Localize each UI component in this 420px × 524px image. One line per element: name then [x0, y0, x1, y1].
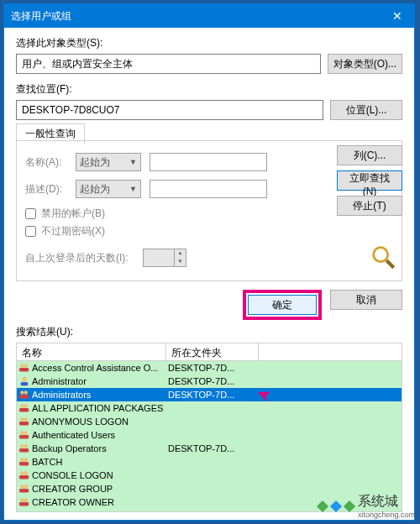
group-icon [18, 443, 30, 454]
object-type-label: 选择此对象类型(S): [16, 36, 402, 50]
name-combo[interactable]: 起始为▼ [76, 153, 141, 171]
results-header: 名称 所在文件夹 [16, 343, 402, 361]
group-icon [18, 496, 30, 508]
results-list[interactable]: Access Control Assistance O...DESKTOP-7D… [16, 361, 402, 512]
table-row[interactable]: Backup OperatorsDESKTOP-7D... [17, 442, 402, 455]
cancel-button[interactable]: 取消 [330, 290, 402, 310]
object-types-button[interactable]: 对象类型(O)... [328, 54, 402, 74]
group-icon [18, 362, 30, 374]
table-row[interactable]: CONSOLE LOGON [17, 469, 402, 482]
svg-point-35 [24, 511, 28, 512]
group-icon [18, 456, 30, 468]
location-input[interactable] [16, 100, 323, 120]
svg-point-19 [20, 444, 24, 448]
table-row[interactable]: ALL APPLICATION PACKAGES [17, 401, 402, 415]
svg-rect-30 [19, 489, 29, 492]
results-label: 搜索结果(U): [16, 325, 402, 339]
disabled-accounts-checkbox[interactable] [25, 208, 36, 219]
ok-button[interactable]: 确定 [248, 295, 317, 315]
svg-point-28 [20, 485, 24, 488]
svg-rect-9 [19, 395, 29, 398]
object-type-input[interactable] [16, 54, 321, 74]
disabled-accounts-label: 禁用的帐户(B) [41, 207, 105, 221]
svg-point-20 [24, 444, 28, 448]
titlebar: 选择用户或组 ✕ [4, 4, 414, 28]
svg-point-0 [374, 248, 388, 262]
svg-point-31 [20, 498, 24, 501]
svg-point-10 [20, 404, 24, 407]
svg-line-1 [386, 260, 394, 268]
table-row[interactable]: AdministratorsDESKTOP-7D... [17, 388, 402, 401]
svg-point-34 [20, 511, 24, 512]
close-button[interactable]: ✕ [381, 4, 414, 28]
svg-rect-4 [19, 368, 29, 371]
svg-point-32 [24, 498, 28, 501]
locations-button[interactable]: 位置(L)... [330, 100, 402, 120]
svg-point-8 [24, 390, 28, 394]
svg-rect-24 [19, 462, 29, 465]
svg-point-29 [24, 485, 28, 488]
find-now-button[interactable]: 立即查找(N) [337, 170, 402, 191]
svg-point-17 [24, 431, 28, 434]
location-label: 查找位置(F): [16, 82, 402, 97]
column-name[interactable]: 名称 [17, 343, 166, 360]
dialog-window: 选择用户或组 ✕ 选择此对象类型(S): 对象类型(O)... 查找位置(F):… [3, 3, 415, 521]
svg-point-13 [20, 417, 24, 421]
desc-label: 描述(D): [25, 182, 67, 196]
svg-rect-18 [19, 435, 29, 438]
close-icon: ✕ [392, 9, 402, 23]
svg-point-22 [20, 458, 24, 461]
desc-text-input[interactable] [150, 180, 267, 198]
svg-point-11 [24, 404, 28, 407]
watermark: 系统城 xitongcheng.com [318, 493, 415, 519]
non-expiring-checkbox[interactable] [25, 226, 36, 237]
svg-point-16 [20, 431, 24, 434]
svg-point-7 [20, 390, 24, 394]
ok-highlight: 确定 [243, 290, 322, 320]
days-label: 自上次登录后的天数(I): [25, 251, 134, 265]
chevron-down-icon: ▼ [129, 185, 137, 193]
group-icon [18, 389, 30, 401]
search-icon [369, 246, 397, 268]
svg-point-3 [24, 364, 28, 367]
svg-point-5 [22, 377, 26, 381]
user-icon [18, 375, 30, 387]
svg-point-14 [24, 417, 28, 421]
chevron-down-icon: ▼ [129, 158, 137, 166]
columns-button[interactable]: 列(C)... [337, 145, 402, 165]
right-button-column: 列(C)... 立即查找(N) 停止(T) [337, 145, 402, 216]
svg-rect-12 [19, 408, 29, 411]
table-row[interactable]: ANONYMOUS LOGON [17, 415, 402, 428]
table-row[interactable]: AdministratorDESKTOP-7D... [17, 375, 402, 388]
desc-combo[interactable]: 起始为▼ [76, 180, 141, 198]
svg-rect-33 [19, 502, 29, 506]
group-icon [18, 510, 30, 512]
stop-button[interactable]: 停止(T) [337, 196, 402, 216]
group-icon [18, 402, 30, 414]
svg-rect-27 [19, 475, 29, 479]
group-icon [18, 416, 30, 427]
group-icon [18, 429, 30, 441]
svg-point-2 [20, 364, 24, 367]
svg-point-23 [24, 458, 28, 461]
non-expiring-label: 不过期密码(X) [41, 224, 105, 238]
days-spinner[interactable]: ▲▼ [143, 249, 186, 267]
svg-rect-21 [19, 448, 29, 452]
svg-rect-6 [21, 382, 29, 385]
name-text-input[interactable] [150, 153, 267, 171]
table-row[interactable]: BATCH [17, 455, 402, 469]
svg-rect-15 [19, 422, 29, 425]
window-title: 选择用户或组 [11, 9, 71, 24]
group-icon [18, 483, 30, 495]
svg-point-25 [20, 471, 24, 474]
table-row[interactable]: Authenticated Users [17, 428, 402, 442]
table-row[interactable]: Access Control Assistance O...DESKTOP-7D… [17, 361, 402, 375]
group-icon [18, 469, 30, 481]
svg-point-26 [24, 471, 28, 474]
name-label: 名称(A): [25, 155, 67, 170]
column-folder[interactable]: 所在文件夹 [166, 343, 259, 360]
